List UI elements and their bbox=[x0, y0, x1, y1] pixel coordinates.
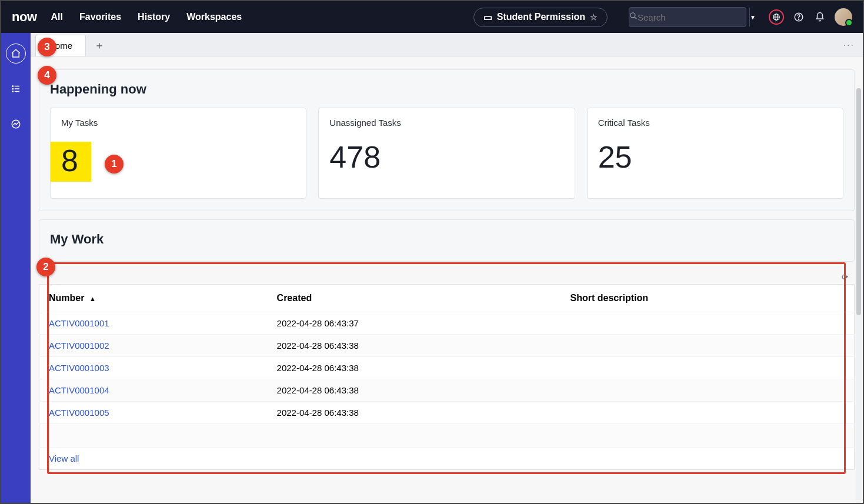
table-row-empty bbox=[39, 424, 855, 448]
scrollbar[interactable] bbox=[856, 88, 862, 500]
context-pill-label: Student Permission bbox=[497, 12, 585, 22]
tab-strip: Home ＋ ··· bbox=[31, 33, 863, 56]
card-critical-tasks[interactable]: Critical Tasks 25 bbox=[587, 108, 843, 199]
svg-line-1 bbox=[635, 17, 637, 19]
refresh-icon[interactable]: ⟳ bbox=[39, 270, 855, 284]
table-viewall-row: View all bbox=[39, 448, 855, 470]
bell-icon[interactable] bbox=[813, 11, 826, 24]
row-short-desc bbox=[561, 335, 855, 357]
row-number-link[interactable]: ACTIV0001002 bbox=[49, 341, 109, 351]
top-icons bbox=[769, 8, 852, 26]
search-dropdown[interactable]: ▼ bbox=[749, 8, 756, 26]
col-created[interactable]: Created bbox=[268, 285, 561, 312]
card-value: 478 bbox=[329, 140, 381, 174]
svg-point-6 bbox=[798, 19, 799, 19]
menu-favorites[interactable]: Favorites bbox=[79, 12, 121, 22]
annotation-3: 3 bbox=[38, 38, 56, 56]
table-row[interactable]: ACTIV0001004 2022-04-28 06:43:38 bbox=[39, 379, 855, 402]
sort-asc-icon: ▲ bbox=[89, 295, 96, 302]
left-rail bbox=[1, 33, 31, 503]
row-created: 2022-04-28 06:43:38 bbox=[268, 379, 561, 402]
mywork-table: Number ▲ Created Short description ACTIV… bbox=[39, 284, 855, 470]
row-short-desc bbox=[561, 379, 855, 402]
annotation-4: 4 bbox=[38, 66, 56, 85]
svg-point-0 bbox=[631, 13, 635, 18]
tab-overflow[interactable]: ··· bbox=[843, 40, 855, 51]
annotation-1: 1 bbox=[105, 155, 124, 173]
svg-point-9 bbox=[12, 88, 14, 89]
view-all-link[interactable]: View all bbox=[49, 453, 79, 463]
menu-history[interactable]: History bbox=[138, 12, 170, 22]
svg-point-11 bbox=[12, 91, 14, 92]
logo: now bbox=[12, 9, 37, 25]
card-unassigned-tasks[interactable]: Unassigned Tasks 478 bbox=[318, 108, 575, 199]
window-icon: ▭ bbox=[483, 12, 492, 23]
menu-all[interactable]: All bbox=[51, 12, 63, 22]
search-icon bbox=[629, 12, 638, 22]
table-row[interactable]: ACTIV0001003 2022-04-28 06:43:38 bbox=[39, 357, 855, 379]
panel-my-work: My Work bbox=[39, 219, 855, 262]
row-short-desc bbox=[561, 312, 855, 335]
row-created: 2022-04-28 06:43:37 bbox=[268, 312, 561, 335]
content-scroll[interactable]: Happening now My Tasks 8 Unassigned Task… bbox=[31, 56, 863, 503]
context-pill[interactable]: ▭ Student Permission ☆ bbox=[473, 8, 608, 27]
globe-icon[interactable] bbox=[769, 9, 784, 25]
card-my-tasks[interactable]: My Tasks 8 bbox=[50, 108, 306, 199]
row-created: 2022-04-28 06:43:38 bbox=[268, 357, 561, 379]
card-label: Critical Tasks bbox=[598, 118, 832, 128]
cards-row: My Tasks 8 Unassigned Tasks 478 Critical… bbox=[50, 108, 843, 199]
main-area: Home ＋ ··· Happening now My Tasks 8 Unas… bbox=[31, 33, 863, 503]
menu-workspaces[interactable]: Workspaces bbox=[186, 12, 242, 22]
global-search[interactable]: ▼ bbox=[629, 7, 746, 27]
row-short-desc bbox=[561, 402, 855, 424]
table-row[interactable]: ACTIV0001001 2022-04-28 06:43:37 bbox=[39, 312, 855, 335]
col-short-desc[interactable]: Short description bbox=[561, 285, 855, 312]
svg-point-7 bbox=[12, 86, 14, 87]
row-short-desc bbox=[561, 357, 855, 379]
card-value: 25 bbox=[598, 140, 632, 174]
happening-title: Happening now bbox=[50, 82, 843, 97]
star-icon[interactable]: ☆ bbox=[590, 12, 598, 22]
row-number-link[interactable]: ACTIV0001005 bbox=[49, 408, 109, 418]
table-row[interactable]: ACTIV0001005 2022-04-28 06:43:38 bbox=[39, 402, 855, 424]
panel-happening-now: Happening now My Tasks 8 Unassigned Task… bbox=[39, 69, 855, 211]
table-row[interactable]: ACTIV0001002 2022-04-28 06:43:38 bbox=[39, 335, 855, 357]
col-number-label: Number bbox=[49, 293, 84, 303]
row-created: 2022-04-28 06:43:38 bbox=[268, 402, 561, 424]
annotation-2: 2 bbox=[36, 258, 55, 276]
tab-add[interactable]: ＋ bbox=[86, 35, 113, 56]
top-menu: All Favorites History Workspaces bbox=[51, 12, 242, 22]
mywork-table-wrap: ⟳ Number ▲ Created Short description bbox=[39, 270, 855, 470]
mywork-title: My Work bbox=[50, 232, 843, 247]
search-input[interactable] bbox=[638, 12, 749, 22]
rail-list[interactable] bbox=[6, 79, 26, 99]
row-number-link[interactable]: ACTIV0001004 bbox=[49, 385, 109, 395]
row-number-link[interactable]: ACTIV0001001 bbox=[49, 318, 109, 328]
card-value: 8 bbox=[61, 143, 78, 178]
col-number[interactable]: Number ▲ bbox=[39, 285, 268, 312]
rail-home[interactable] bbox=[6, 44, 26, 64]
help-icon[interactable] bbox=[792, 11, 805, 24]
card-label: Unassigned Tasks bbox=[329, 118, 563, 128]
row-created: 2022-04-28 06:43:38 bbox=[268, 335, 561, 357]
avatar[interactable] bbox=[835, 8, 852, 26]
row-number-link[interactable]: ACTIV0001003 bbox=[49, 363, 109, 373]
rail-analytics[interactable] bbox=[6, 114, 26, 134]
card-label: My Tasks bbox=[61, 118, 295, 128]
top-nav: now All Favorites History Workspaces ▭ S… bbox=[1, 1, 863, 33]
scrollbar-thumb[interactable] bbox=[856, 88, 861, 315]
